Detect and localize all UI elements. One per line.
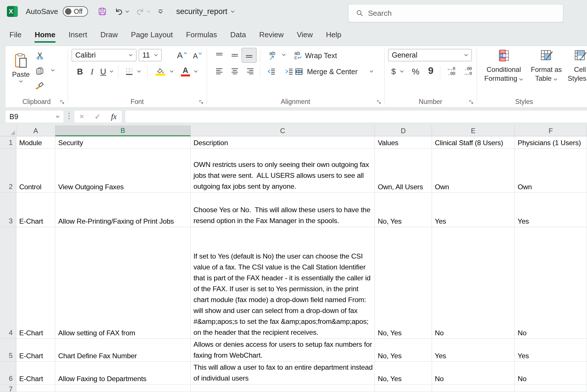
top-align-button[interactable] <box>212 49 226 62</box>
cell-C2[interactable]: OWN restricts users to only seeing their… <box>191 149 375 193</box>
search-input[interactable] <box>368 9 546 18</box>
cell-styles-button[interactable]: Cell Styles <box>565 48 587 83</box>
decrease-indent-button[interactable] <box>264 65 279 78</box>
cell-E4[interactable]: No <box>432 227 515 339</box>
select-all-corner[interactable] <box>0 125 16 136</box>
row-header-1[interactable]: 1 <box>0 136 16 149</box>
cell-D2[interactable]: Own, All Users <box>375 149 432 193</box>
cell-A4[interactable]: E-Chart <box>16 227 55 339</box>
cell-A2[interactable]: Control <box>16 149 55 193</box>
tab-draw[interactable]: Draw <box>94 25 124 44</box>
insert-function-icon[interactable]: fx <box>111 112 117 121</box>
column-header-c[interactable]: C <box>191 125 375 136</box>
font-name-select[interactable]: Calibri <box>72 49 136 61</box>
cell-D7[interactable] <box>375 385 432 392</box>
borders-dropdown-chevron[interactable] <box>137 70 141 73</box>
font-color-dropdown-chevron[interactable] <box>194 70 198 73</box>
tab-view[interactable]: View <box>290 25 319 44</box>
cell-E1[interactable]: Clinical Staff (8 Users) <box>432 136 515 149</box>
undo-button[interactable] <box>114 7 129 16</box>
currency-dropdown-chevron[interactable] <box>400 70 404 73</box>
row-header-4[interactable]: 4 <box>0 227 16 339</box>
font-dialog-launcher[interactable] <box>199 99 204 105</box>
fill-color-dropdown-chevron[interactable] <box>170 70 174 73</box>
fill-color-button[interactable] <box>154 65 167 78</box>
format-as-table-button[interactable]: Format as Table <box>528 48 565 83</box>
cell-B7[interactable] <box>55 385 191 392</box>
save-button[interactable] <box>98 7 107 16</box>
wrap-text-button[interactable]: ab c Wrap Text <box>294 49 360 62</box>
orientation-button[interactable]: ab <box>264 49 281 62</box>
underline-button[interactable]: U <box>97 65 109 78</box>
row-header-2[interactable]: 2 <box>0 149 16 193</box>
cell-A6[interactable]: E-Chart <box>16 362 55 385</box>
tab-insert[interactable]: Insert <box>62 25 94 44</box>
currency-format-button[interactable]: $ <box>388 65 399 78</box>
cell-F5[interactable]: Yes <box>515 339 587 362</box>
cell-F7[interactable] <box>515 385 587 392</box>
italic-button[interactable]: I <box>86 65 98 78</box>
redo-button[interactable] <box>136 7 150 16</box>
column-header-f[interactable]: F <box>515 125 587 136</box>
cell-B2[interactable]: View Outgoing Faxes <box>55 149 191 193</box>
conditional-formatting-button[interactable]: Conditional Formatting <box>482 48 526 83</box>
cell-E6[interactable]: No <box>432 362 515 385</box>
increase-decimal-button[interactable]: ←.0 .00 <box>443 65 459 78</box>
document-title[interactable]: security_report <box>176 7 235 16</box>
cell-F6[interactable]: No <box>515 362 587 385</box>
search-bar[interactable] <box>348 4 563 22</box>
font-color-button[interactable]: A <box>179 64 192 78</box>
cell-F3[interactable]: Yes <box>515 193 587 227</box>
cell-A7[interactable] <box>16 385 55 392</box>
align-left-button[interactable] <box>212 65 226 78</box>
cell-B1[interactable]: Security <box>55 136 191 149</box>
cell-D3[interactable]: No, Yes <box>375 193 432 227</box>
row-header-7[interactable]: 7 <box>0 385 16 392</box>
alignment-dialog-launcher[interactable] <box>376 99 381 105</box>
cell-B3[interactable]: Allow Re-Printing/Faxing of Print Jobs <box>55 193 191 227</box>
comma-style-button[interactable]: 9 <box>425 64 437 77</box>
bold-button[interactable]: B <box>74 65 86 78</box>
borders-button[interactable] <box>123 65 136 78</box>
cell-C7[interactable] <box>191 385 375 392</box>
cell-D1[interactable]: Values <box>375 136 432 149</box>
row-header-6[interactable]: 6 <box>0 362 16 385</box>
orientation-dropdown-chevron[interactable] <box>282 54 286 56</box>
cell-E2[interactable]: Own <box>432 149 515 193</box>
cell-E3[interactable]: Yes <box>432 193 515 227</box>
merge-center-button[interactable]: Merge & Center <box>294 65 366 78</box>
cell-C1[interactable]: Description <box>191 136 375 149</box>
font-size-select[interactable]: 11 <box>139 49 162 61</box>
paste-button[interactable]: Paste <box>11 49 31 86</box>
cell-B4[interactable]: Allow setting of FAX from <box>55 227 191 339</box>
tab-file[interactable]: File <box>3 25 28 44</box>
column-header-b[interactable]: B <box>55 125 191 136</box>
cell-B6[interactable]: Allow Faxing to Departments <box>55 362 191 385</box>
row-header-5[interactable]: 5 <box>0 339 16 362</box>
row-header-3[interactable]: 3 <box>0 193 16 227</box>
cell-F2[interactable]: Own <box>515 149 587 193</box>
cell-A5[interactable]: E-Chart <box>16 339 55 362</box>
percent-style-button[interactable]: % <box>409 65 422 78</box>
cell-A3[interactable]: E-Chart <box>16 193 55 227</box>
cancel-icon[interactable]: × <box>79 112 84 121</box>
tab-data[interactable]: Data <box>224 25 253 44</box>
cell-E5[interactable]: Yes <box>432 339 515 362</box>
copy-dropdown-chevron[interactable] <box>51 69 55 72</box>
cell-E7[interactable] <box>432 385 515 392</box>
tab-formulas[interactable]: Formulas <box>179 25 224 44</box>
formula-input[interactable] <box>125 110 587 123</box>
clipboard-dialog-launcher[interactable] <box>60 99 65 105</box>
format-painter-button[interactable] <box>34 79 46 92</box>
tab-help[interactable]: Help <box>319 25 348 44</box>
tab-review[interactable]: Review <box>253 25 290 44</box>
underline-dropdown-chevron[interactable] <box>109 70 114 73</box>
cell-C4[interactable]: If set to Yes (default is No) the user c… <box>191 227 375 339</box>
customize-quick-access-button[interactable] <box>158 9 163 14</box>
autosave-toggle[interactable]: Off <box>63 6 88 17</box>
tab-page-layout[interactable]: Page Layout <box>124 25 179 44</box>
name-box[interactable]: B9 <box>5 110 64 123</box>
copy-button[interactable] <box>34 64 46 77</box>
align-center-button[interactable] <box>228 65 242 78</box>
column-header-a[interactable]: A <box>16 125 55 136</box>
